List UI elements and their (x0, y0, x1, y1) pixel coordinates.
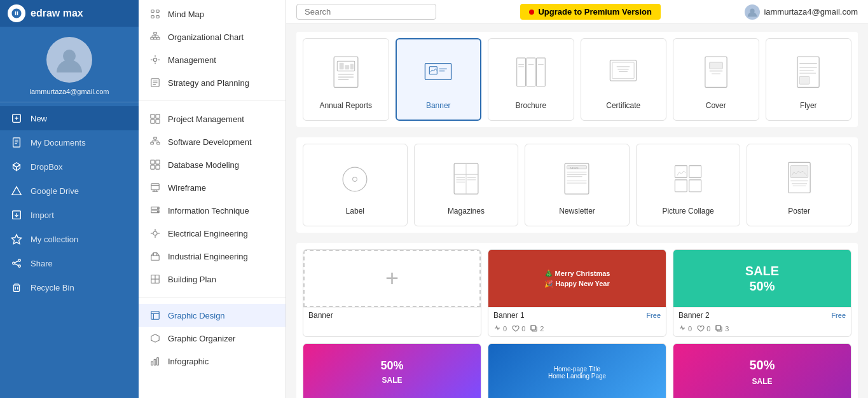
middle-item-strategy[interactable]: Strategy and Planning (139, 71, 286, 94)
svg-rect-110 (709, 62, 722, 69)
svg-rect-27 (151, 38, 153, 39)
magazines-label: Magazines (448, 207, 485, 216)
sale50-text: 50%SALE (380, 359, 403, 386)
middle-item-software-dev-label: Software Development (168, 137, 252, 147)
template-card-brochure[interactable]: Brochure (488, 38, 574, 121)
middle-item-project-mgmt[interactable]: Project Management (139, 107, 286, 130)
svg-rect-96 (527, 58, 535, 86)
sidebar-item-dropbox-label: DropBox (31, 162, 63, 172)
middle-item-infographic[interactable]: Infographic (139, 350, 286, 373)
middle-item-mind-map[interactable]: Mind Map (139, 3, 286, 25)
banner-new-label: Banner (308, 311, 333, 320)
template-card-certificate[interactable]: Certificate (581, 38, 667, 121)
sidebar-item-google-drive[interactable]: Google Drive (0, 179, 139, 203)
template-card-cover[interactable]: Cover (673, 38, 759, 121)
banner-4-card[interactable]: Home-page TitleHome Landing Page banner4… (488, 343, 666, 398)
svg-rect-22 (151, 10, 154, 13)
middle-item-building-plan-label: Building Plan (168, 275, 216, 284)
template-card-flyer[interactable]: Flyer (766, 38, 852, 121)
banner-1-badge: Free (646, 312, 661, 319)
template-card-banner[interactable]: Banner (396, 38, 482, 121)
svg-rect-54 (156, 165, 160, 169)
banner4-text: Home-page TitleHome Landing Page (548, 366, 606, 380)
banner-1-thumb: 🎄 Merry Christmas🎉 Happy New Year (488, 250, 666, 307)
template-card-label[interactable]: Label (303, 144, 408, 226)
middle-item-management-label: Management (168, 55, 216, 65)
middle-item-building-plan[interactable]: Building Plan (139, 268, 286, 291)
sidebar-item-import[interactable]: Import (0, 203, 139, 227)
upgrade-button[interactable]: Upgrade to Premium Version (520, 4, 660, 20)
banner-2-stats: 0 0 3 (673, 323, 851, 336)
infographic-icon (149, 355, 162, 367)
sidebar-item-my-documents[interactable]: My Documents (0, 130, 139, 154)
banner-2-card[interactable]: SALE50% Banner 2 Free 0 (673, 249, 851, 337)
sidebar-item-google-drive-label: Google Drive (31, 186, 79, 196)
flyer-icon (786, 51, 830, 96)
annual-reports-icon (324, 51, 368, 96)
xmas-banner-text: 🎄 Merry Christmas🎉 Happy New Year (544, 268, 610, 289)
svg-rect-42 (151, 120, 155, 123)
svg-rect-69 (151, 256, 159, 260)
user-email-topbar: iammurtaza4@gmail.com (764, 7, 858, 17)
share-icon (10, 257, 23, 270)
avatar (46, 37, 92, 83)
sidebar-item-share[interactable]: Share (0, 251, 139, 275)
middle-item-wireframe[interactable]: Wireframe (139, 176, 286, 199)
teal-sale-bg: SALE50% (673, 250, 851, 307)
svg-line-17 (15, 261, 18, 263)
software-dev-icon (149, 135, 162, 148)
middle-item-db-modeling[interactable]: Database Modeling (139, 153, 286, 176)
svg-rect-135 (675, 166, 687, 178)
middle-item-strategy-label: Strategy and Planning (168, 78, 249, 88)
svg-point-15 (13, 262, 15, 264)
top-bar: Upgrade to Premium Version iammurtaza4@g… (286, 0, 868, 24)
svg-rect-102 (610, 60, 637, 81)
sidebar-item-recycle-bin[interactable]: Recycle Bin (0, 275, 139, 299)
svg-rect-138 (689, 180, 701, 192)
google-drive-icon (10, 184, 23, 197)
template-card-newsletter[interactable]: NEWS Newsletter (525, 144, 630, 226)
svg-rect-145 (531, 326, 535, 330)
my-collection-icon (10, 233, 23, 245)
banner-new-card[interactable]: + Banner (303, 249, 481, 337)
middle-item-org-chart[interactable]: Organizational Chart (139, 25, 286, 48)
template-card-poster[interactable]: Poster (747, 144, 851, 226)
template-card-picture-collage[interactable]: Picture Collage (636, 144, 741, 226)
banner5-bg: 50%SALE (673, 344, 851, 398)
middle-item-mind-map-label: Mind Map (168, 10, 204, 19)
new-icon (10, 112, 23, 125)
label-icon (333, 157, 377, 202)
certificate-icon (601, 51, 645, 96)
middle-section-mid: Project Management Software Development … (139, 105, 286, 293)
banner-5-card[interactable]: 50%SALE Banner 5 Free 0 (673, 343, 851, 398)
banner-2-thumb: SALE50% (673, 250, 851, 307)
svg-rect-29 (157, 38, 160, 39)
middle-item-industrial[interactable]: Industrial Engineering (139, 245, 286, 268)
middle-item-electrical-label: Electrical Engineering (168, 229, 248, 238)
middle-item-db-modeling-label: Database Modeling (168, 160, 239, 170)
template-card-annual-reports[interactable]: Annual Reports (303, 38, 389, 121)
sidebar-item-dropbox[interactable]: DropBox (0, 154, 139, 179)
middle-item-graphic-organizer[interactable]: Graphic Organizer (139, 327, 286, 350)
upgrade-label: Upgrade to Premium Version (538, 7, 651, 17)
dropbox-icon (10, 160, 23, 173)
search-input[interactable] (296, 4, 436, 20)
middle-item-electrical[interactable]: Electrical Engineering (139, 222, 286, 245)
middle-item-software-dev[interactable]: Software Development (139, 130, 286, 153)
banner-1-card[interactable]: 🎄 Merry Christmas🎉 Happy New Year Banner… (488, 249, 666, 337)
template-card-magazines[interactable]: Magazines (414, 144, 519, 226)
sidebar-item-my-collection[interactable]: My collection (0, 227, 139, 251)
middle-item-info-tech[interactable]: Information Technique (139, 199, 286, 222)
picture-collage-icon (666, 157, 710, 202)
sidebar-item-new[interactable]: New (0, 106, 139, 130)
banner-new-thumb: + (303, 250, 481, 307)
middle-section-bottom: Graphic Design Graphic Organizer Infogra… (139, 301, 286, 375)
banner-3-card[interactable]: 50%SALE Banner3 VIP Free 0 (303, 343, 481, 398)
middle-item-industrial-label: Industrial Engineering (168, 252, 248, 261)
middle-item-graphic-design[interactable]: Graphic Design (139, 304, 286, 327)
svg-rect-116 (800, 76, 809, 84)
brochure-label: Brochure (515, 101, 546, 110)
banner-1-footer: Banner 1 Free (488, 307, 666, 323)
svg-point-63 (158, 211, 159, 212)
middle-item-management[interactable]: Management (139, 48, 286, 71)
